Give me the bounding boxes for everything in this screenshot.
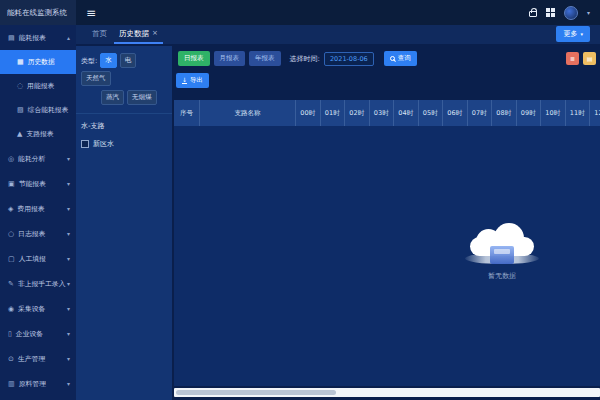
column-header-01h[interactable]: 01时 [321, 100, 346, 126]
column-header-06h[interactable]: 06时 [443, 100, 468, 126]
filter-tree-panel: 类型: 水 电 天然气 蒸汽 无烟煤 水-支路 新区水 [76, 46, 172, 400]
list-icon: ≣ [570, 55, 575, 62]
chevron-down-icon: ▾ [67, 380, 70, 387]
sidebar-item-enterprise-devices[interactable]: ▯ 企业设备 ▾ [0, 321, 76, 346]
user-avatar[interactable] [564, 6, 578, 20]
column-header-branch[interactable]: 支路名称 [200, 100, 296, 126]
column-header-index[interactable]: 序号 [174, 100, 200, 126]
user-menu-chevron-down-icon[interactable]: ▾ [587, 9, 590, 16]
column-header-02h[interactable]: 02时 [345, 100, 370, 126]
date-picker-input[interactable] [324, 52, 374, 66]
composite-report-icon: ▧ [17, 106, 24, 114]
chevron-down-icon: ▾ [67, 155, 70, 162]
lock-icon[interactable] [529, 11, 537, 17]
monthly-report-button[interactable]: 月报表 [214, 51, 246, 66]
main-panel: 日报表 月报表 年报表 选择时间: 查询 ≣ [174, 46, 600, 400]
type-chip-steam[interactable]: 蒸汽 [101, 90, 124, 105]
sidebar-item-production-management[interactable]: ⊙ 生产管理 ▾ [0, 346, 76, 371]
type-filter-label: 类型: [81, 56, 97, 66]
chevron-down-icon: ▾ [67, 205, 70, 212]
report-filter-row: 日报表 月报表 年报表 选择时间: 查询 ≣ [178, 51, 596, 66]
scrollbar-thumb[interactable] [176, 390, 336, 395]
type-chip-electricity[interactable]: 电 [120, 53, 137, 68]
material-icon: ▥ [8, 380, 15, 388]
type-chip-water[interactable]: 水 [100, 53, 117, 68]
search-icon [390, 56, 395, 61]
sidebar-item-manual-entry[interactable]: ▢ 人工填报 ▾ [0, 246, 76, 271]
device-icon: ▯ [8, 330, 12, 338]
sidebar-item-comprehensive-energy-report[interactable]: ▧ 综合能耗报表 [0, 98, 76, 122]
column-header-08h[interactable]: 08时 [492, 100, 517, 126]
form-icon: ▢ [8, 255, 15, 263]
column-header-03h[interactable]: 03时 [370, 100, 395, 126]
column-header-04h[interactable]: 04时 [394, 100, 419, 126]
column-header-09h[interactable]: 09时 [517, 100, 542, 126]
type-chip-natural-gas[interactable]: 天然气 [81, 71, 111, 86]
content-area: 类型: 水 电 天然气 蒸汽 无烟煤 水-支路 新区水 日报表 [76, 44, 600, 400]
empty-state-text: 暂无数据 [457, 271, 547, 281]
type-filter-row: 类型: 水 电 天然气 [81, 53, 167, 86]
tree-item-branch[interactable]: 新区水 [81, 139, 167, 149]
query-button[interactable]: 查询 [384, 51, 417, 66]
topbar-actions: ▾ [529, 6, 590, 20]
chevron-down-icon: ▾ [67, 280, 70, 287]
tree-title: 水-支路 [81, 121, 167, 131]
app-window: 能耗在线监测系统 ≡ ▾ 首页 历史数据 × 更多 ▾ ▤ 能耗报表 ▴ [0, 0, 600, 400]
pencil-icon: ✎ [8, 280, 14, 288]
sidebar-item-energy-saving-report[interactable]: ▣ 节能报表 ▾ [0, 171, 76, 196]
sidebar-item-cost-report[interactable]: ◈ 费用报表 ▾ [0, 196, 76, 221]
chevron-up-icon: ▴ [67, 34, 70, 41]
sidebar-item-material-management[interactable]: ▥ 原料管理 ▾ [0, 371, 76, 396]
yellow-action-button[interactable]: ▤ [583, 52, 596, 65]
sidebar-item-history-data[interactable]: ▦ 历史数据 [0, 50, 76, 74]
history-data-table: 序号 支路名称 00时 01时 02时 03时 04时 05时 06时 07时 … [174, 100, 600, 386]
column-header-12h[interactable]: 12时 [590, 100, 600, 126]
sidebar-item-unreported-manual-input[interactable]: ✎ 非上报手工录入 ▾ [0, 271, 76, 296]
report-icon: ▤ [8, 34, 15, 42]
document-icon: ▤ [587, 55, 593, 62]
chevron-down-icon: ▾ [67, 330, 70, 337]
bar-chart-icon: ▲ [17, 130, 22, 138]
red-action-button[interactable]: ≣ [566, 52, 579, 65]
daily-report-button[interactable]: 日报表 [178, 51, 210, 66]
column-header-07h[interactable]: 07时 [468, 100, 493, 126]
sidebar-item-energy-analysis[interactable]: ◎ 能耗分析 ▾ [0, 146, 76, 171]
column-header-00h[interactable]: 00时 [296, 100, 321, 126]
apps-grid-icon[interactable] [546, 8, 555, 17]
sidebar-item-branch-report[interactable]: ▲ 支路报表 [0, 122, 76, 146]
tab-close-icon[interactable]: × [152, 29, 158, 39]
type-chip-anthracite[interactable]: 无烟煤 [127, 90, 157, 105]
sidebar-item-team-management[interactable]: ▨ 班组管理 ▾ [0, 396, 76, 400]
corner-action-buttons: ≣ ▤ [566, 52, 596, 65]
column-header-05h[interactable]: 05时 [419, 100, 444, 126]
more-button-label: 更多 [563, 29, 577, 39]
sidebar-item-energy-usage-report[interactable]: ◌ 用能报表 [0, 74, 76, 98]
app-title: 能耗在线监测系统 [7, 8, 67, 18]
horizontal-scrollbar[interactable] [174, 388, 600, 397]
sidebar-item-collection-devices[interactable]: ◉ 采集设备 ▾ [0, 296, 76, 321]
empty-box-icon [490, 246, 514, 264]
empty-state: 暂无数据 [457, 222, 547, 281]
cost-icon: ◈ [8, 205, 13, 213]
history-data-icon: ▦ [17, 58, 24, 66]
tab-history-data[interactable]: 历史数据 × [113, 29, 164, 44]
table-body: 暂无数据 [174, 126, 600, 386]
sidebar-nav: ▤ 能耗报表 ▴ ▦ 历史数据 ◌ 用能报表 ▧ 综合能耗报表 ▲ 支路报表 ◎… [0, 25, 76, 400]
chevron-down-icon: ▾ [67, 230, 70, 237]
panel-divider [76, 113, 172, 114]
empty-cloud-illustration [470, 222, 534, 256]
chevron-down-icon: ▾ [580, 31, 583, 37]
sidebar-item-log-report[interactable]: ○ 日志报表 ▾ [0, 221, 76, 246]
column-header-11h[interactable]: 11时 [566, 100, 591, 126]
column-header-10h[interactable]: 10时 [541, 100, 566, 126]
sidebar-item-energy-report[interactable]: ▤ 能耗报表 ▴ [0, 25, 76, 50]
time-select-label: 选择时间: [290, 54, 320, 64]
export-button[interactable]: ↓ 导出 [176, 73, 209, 88]
saving-icon: ▣ [8, 180, 15, 188]
more-button[interactable]: 更多 ▾ [556, 26, 590, 42]
hamburger-menu-icon[interactable]: ≡ [86, 7, 96, 19]
yearly-report-button[interactable]: 年报表 [249, 51, 281, 66]
gear-icon: ◉ [8, 305, 14, 313]
tree-checkbox[interactable] [81, 140, 89, 148]
tab-home[interactable]: 首页 [86, 29, 113, 44]
